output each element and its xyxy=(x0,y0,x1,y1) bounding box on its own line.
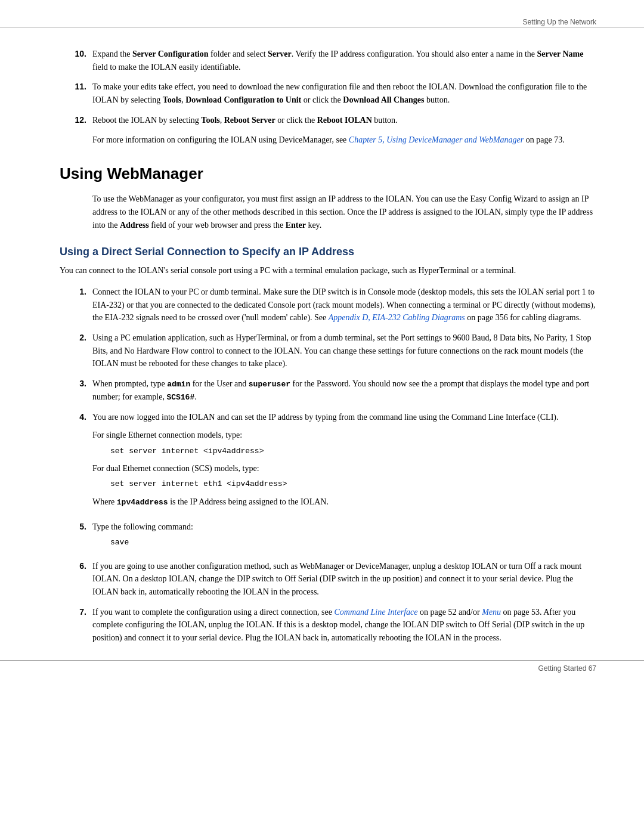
cross-reference: For more information on configuring the … xyxy=(92,134,596,147)
item-number: 1. xyxy=(60,286,92,324)
webmanager-intro: To use the WebManager as your configurat… xyxy=(92,193,596,231)
subsection-intro: You can connect to the IOLAN's serial co… xyxy=(60,264,596,277)
item-number: 11. xyxy=(60,80,92,106)
list-item: 3. When prompted, type admin for the Use… xyxy=(60,377,596,404)
item-number: 4. xyxy=(60,411,92,513)
sub-para: For single Ethernet connection models, t… xyxy=(92,429,596,457)
list-item: 11. To make your edits take effect, you … xyxy=(60,80,596,106)
header-rule xyxy=(0,27,644,27)
code-block: save xyxy=(110,537,596,549)
command-line-interface-link[interactable]: Command Line Interface xyxy=(334,608,417,617)
list-item: 2. Using a PC emulation application, suc… xyxy=(60,332,596,370)
section-title-webmanager: Using WebManager xyxy=(60,165,596,183)
item-content: You are now logged into the IOLAN and ca… xyxy=(92,411,596,513)
footer-text: Getting Started 67 xyxy=(538,664,596,673)
list-item: 6. If you are going to use another confi… xyxy=(60,560,596,599)
item-number: 7. xyxy=(60,606,92,645)
item-number: 2. xyxy=(60,332,92,370)
item-content: If you are going to use another configur… xyxy=(92,560,596,599)
item-content: Type the following command: save xyxy=(92,521,596,553)
subsection-title-serial: Using a Direct Serial Connection to Spec… xyxy=(60,246,596,258)
item-number: 12. xyxy=(60,114,92,127)
code-block: set server internet eth1 <ipv4address> xyxy=(110,478,596,490)
list-item: 4. You are now logged into the IOLAN and… xyxy=(60,411,596,513)
item-content: When prompted, type admin for the User a… xyxy=(92,377,596,404)
list-item: 5. Type the following command: save xyxy=(60,521,596,553)
list-item: 12. Reboot the IOLAN by selecting Tools,… xyxy=(60,114,596,127)
sub-para: Where ipv4address is the IP Address bein… xyxy=(92,496,596,509)
item-content: To make your edits take effect, you need… xyxy=(92,80,596,106)
item-content: Reboot the IOLAN by selecting Tools, Reb… xyxy=(92,114,596,127)
item-number: 3. xyxy=(60,377,92,404)
footer-rule xyxy=(0,660,644,661)
sub-para: For dual Ethernet connection (SCS) model… xyxy=(92,462,596,491)
code-block: set server internet <ipv4address> xyxy=(110,445,596,457)
main-content: 10. Expand the Server Configuration fold… xyxy=(60,48,596,645)
item-number: 5. xyxy=(60,521,92,553)
appendix-d-link[interactable]: Appendix D, EIA-232 Cabling Diagrams xyxy=(329,313,465,322)
list-item: 1. Connect the IOLAN to your PC or dumb … xyxy=(60,286,596,324)
item-content: Connect the IOLAN to your PC or dumb ter… xyxy=(92,286,596,324)
header-text: Setting Up the Network xyxy=(523,18,596,26)
chapter5-link[interactable]: Chapter 5, Using DeviceManager and WebMa… xyxy=(349,135,524,144)
list-item: 10. Expand the Server Configuration fold… xyxy=(60,48,596,73)
item-content: Using a PC emulation application, such a… xyxy=(92,332,596,370)
item-content: Expand the Server Configuration folder a… xyxy=(92,48,596,73)
list-item: 7. If you want to complete the configura… xyxy=(60,606,596,645)
item-content: If you want to complete the configuratio… xyxy=(92,606,596,645)
item-number: 10. xyxy=(60,48,92,73)
item-number: 6. xyxy=(60,560,92,599)
menu-link[interactable]: Menu xyxy=(482,608,501,617)
page: Setting Up the Network 10. Expand the Se… xyxy=(0,0,644,688)
